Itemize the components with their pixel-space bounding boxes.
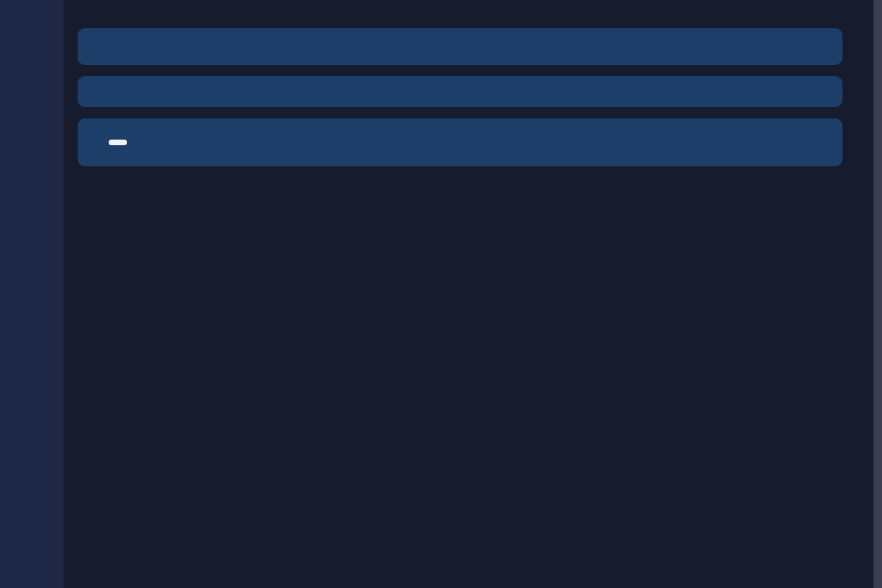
manual-select-button[interactable] <box>109 140 127 145</box>
sidebar <box>0 0 64 588</box>
switch-panel <box>78 76 842 107</box>
strategy-panel <box>78 118 842 166</box>
scrollbar[interactable] <box>874 0 882 588</box>
connection-bar <box>78 28 842 65</box>
main-content <box>64 0 862 166</box>
